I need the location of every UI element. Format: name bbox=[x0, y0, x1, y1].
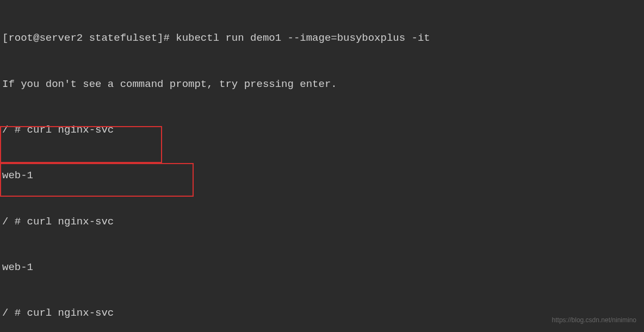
terminal-output[interactable]: [root@server2 statefulset]# kubectl run … bbox=[2, 0, 644, 332]
terminal-line: web-1 bbox=[2, 168, 644, 183]
terminal-line: [root@server2 statefulset]# kubectl run … bbox=[2, 30, 644, 46]
terminal-line: web-1 bbox=[2, 260, 644, 275]
terminal-line: If you don't see a command prompt, try p… bbox=[2, 77, 644, 92]
watermark-text: https://blog.csdn.net/ninimino bbox=[552, 316, 636, 325]
terminal-line: / # curl nginx-svc bbox=[2, 122, 644, 137]
terminal-line: / # curl nginx-svc bbox=[2, 214, 644, 229]
terminal-line: / # curl nginx-svc bbox=[2, 305, 644, 321]
